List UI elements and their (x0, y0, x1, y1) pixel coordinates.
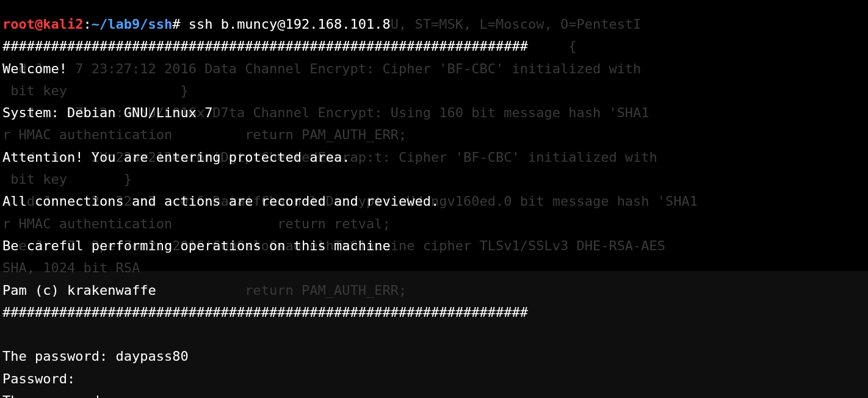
prompt-hash: # (172, 16, 180, 32)
the-password-line-2: The password: (2, 393, 107, 398)
prompt-line[interactable]: root@kali2:~/lab9/ssh# ssh b.muncy@192.1… (2, 16, 391, 32)
banner-attention: Attention! You are entering protected ar… (2, 150, 350, 165)
banner-rule-bottom: ########################################… (2, 305, 528, 320)
password-prompt[interactable]: Password: (2, 371, 75, 386)
banner-recorded: All connections and actions are recorded… (2, 194, 439, 209)
command-text: ssh b.muncy@192.168.101.8 (189, 16, 391, 32)
banner-system: System: Debian GNU/Linux 7 (2, 105, 212, 120)
terminal-output: root@kali2:~/lab9/ssh# ssh b.muncy@192.1… (0, 13, 868, 398)
terminal[interactable]: root@kali2:~/lab9/ssh# ssh b.muncy@192.1… (0, 0, 868, 398)
prompt-sep: : (83, 16, 91, 32)
prompt-path: ~/lab9/ssh (92, 16, 172, 32)
the-password-line-1: The password: daypass80 (2, 349, 189, 364)
prompt-user: root@kali2 (2, 16, 83, 32)
banner-rule: ########################################… (2, 38, 528, 54)
banner-welcome: Welcome! (2, 61, 67, 76)
banner-credit: Pam (c) krakenwaffe (2, 283, 156, 298)
banner-careful: Be careful performing operations on this… (2, 238, 391, 253)
